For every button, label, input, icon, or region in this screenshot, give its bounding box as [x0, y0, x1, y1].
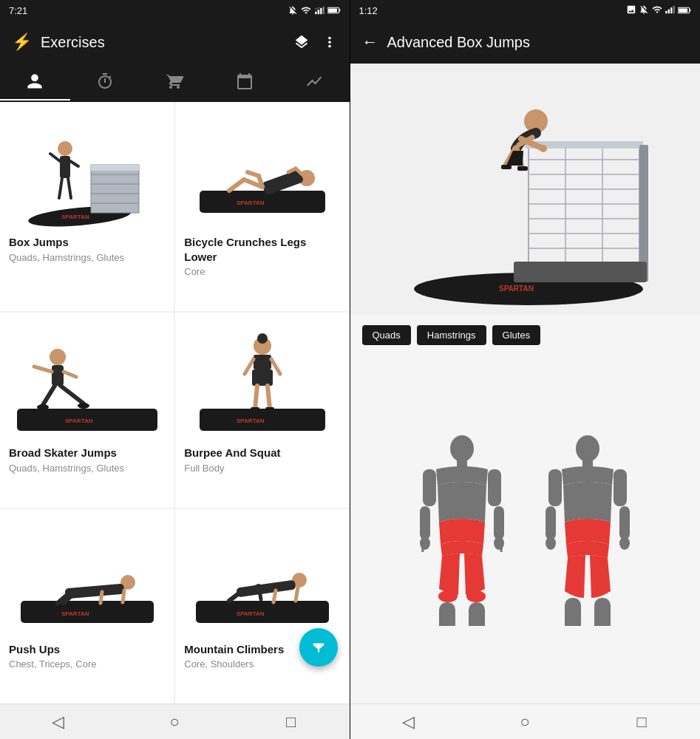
svg-rect-6	[328, 8, 337, 12]
left-panel: 7:21 ⚡ Exercises	[0, 0, 350, 739]
svg-line-38	[61, 386, 84, 403]
muscle-tag-quads: Quads	[362, 325, 411, 345]
svg-point-94	[540, 145, 547, 152]
tab-chart[interactable]	[279, 62, 350, 101]
svg-rect-70	[666, 10, 667, 13]
bicycle-crunches-image: SPARTAN	[184, 111, 340, 229]
broad-skater-image: SPARTAN	[9, 321, 165, 440]
svg-point-40	[78, 403, 89, 409]
svg-rect-1	[317, 10, 319, 14]
svg-rect-116	[619, 506, 630, 539]
svg-line-20	[68, 178, 71, 198]
stack-icon[interactable]	[293, 34, 310, 50]
right-signal-icon	[665, 4, 675, 15]
muscle-tags: Quads Hamstrings Glutes	[350, 315, 701, 355]
svg-point-105	[438, 590, 458, 602]
pushups-left-image: SPARTAN	[9, 518, 165, 636]
svg-rect-76	[679, 8, 687, 12]
broad-skater-name: Broad Skater Jumps	[9, 446, 165, 460]
right-home-button[interactable]: ○	[503, 704, 547, 740]
detail-title: Advanced Box Jumps	[387, 34, 689, 51]
right-time: 1:12	[359, 5, 378, 16]
svg-rect-0	[315, 12, 316, 15]
nav-icons	[293, 34, 338, 50]
right-status-icons	[626, 4, 692, 17]
bicycle-crunches-name: Bicycle Crunches Legs Lower	[184, 235, 340, 264]
svg-point-106	[466, 590, 486, 602]
right-recents-button[interactable]: □	[619, 704, 664, 740]
svg-text:SPARTAN: SPARTAN	[61, 610, 89, 617]
svg-rect-10	[91, 165, 139, 171]
svg-point-39	[37, 404, 49, 410]
svg-rect-92	[514, 262, 647, 282]
svg-point-97	[450, 435, 474, 462]
back-button[interactable]: ◁	[36, 704, 81, 740]
right-back-button[interactable]: ◁	[386, 704, 430, 740]
tab-calendar[interactable]	[210, 62, 280, 101]
left-time: 7:21	[9, 5, 27, 16]
app-logo: ⚡	[12, 33, 32, 52]
battery-icon	[327, 6, 341, 15]
image-icon	[626, 4, 636, 15]
recents-button[interactable]: □	[269, 704, 313, 740]
svg-rect-72	[671, 7, 673, 13]
exercise-card-burpee[interactable]: SPARTAN	[175, 313, 349, 508]
svg-rect-113	[548, 469, 562, 506]
left-status-bar: 7:21	[0, 0, 350, 21]
svg-point-118	[619, 537, 630, 550]
svg-rect-2	[320, 8, 322, 14]
back-arrow[interactable]: ←	[362, 33, 378, 52]
left-bottom-nav: ◁ ○ □	[0, 704, 350, 739]
svg-point-122	[594, 617, 611, 626]
svg-rect-102	[494, 506, 504, 539]
burpee-name: Burpee And Squat	[184, 446, 340, 460]
svg-rect-52	[265, 407, 274, 411]
more-icon[interactable]	[322, 34, 338, 50]
svg-point-33	[50, 349, 66, 365]
svg-line-66	[273, 590, 276, 602]
svg-rect-51	[251, 407, 259, 411]
svg-line-69	[259, 586, 261, 599]
tab-timer[interactable]	[70, 62, 140, 101]
wifi-icon	[301, 5, 311, 16]
svg-line-19	[59, 178, 62, 198]
muscle-diagram	[350, 355, 701, 704]
svg-line-17	[50, 154, 60, 161]
svg-rect-16	[60, 156, 70, 178]
svg-line-26	[229, 180, 244, 191]
exercise-card-pushups-left[interactable]: SPARTAN Push Ups Ches	[0, 509, 174, 704]
svg-rect-5	[339, 10, 340, 12]
svg-line-50	[268, 386, 270, 409]
signal-icon	[314, 5, 324, 16]
exercise-card-bicycle-crunches[interactable]: SPARTAN	[175, 102, 349, 311]
svg-rect-99	[423, 469, 436, 506]
right-bottom-nav: ◁ ○ □	[350, 704, 701, 739]
home-button[interactable]: ○	[152, 704, 197, 740]
box-jumps-muscles: Quads, Hamstrings, Glutes	[9, 252, 165, 263]
filter-icon	[310, 639, 327, 655]
right-bell-mute-icon	[639, 4, 649, 15]
box-jumps-image: SPARTAN	[9, 111, 165, 229]
svg-point-109	[439, 617, 455, 626]
exercise-grid: SPARTAN	[0, 102, 350, 704]
exercise-card-broad-skater-jumps[interactable]: SPARTAN	[0, 313, 174, 508]
svg-line-65	[296, 588, 298, 601]
svg-text:SPARTAN: SPARTAN	[237, 610, 265, 617]
left-status-icons	[288, 5, 341, 16]
exercise-card-mountain-climbers[interactable]: SPARTAN Mountain	[175, 509, 349, 704]
svg-rect-101	[420, 506, 430, 539]
svg-rect-73	[673, 5, 675, 13]
muscle-tag-hamstrings: Hamstrings	[417, 325, 486, 345]
svg-rect-79	[529, 145, 639, 282]
tab-cart[interactable]	[140, 62, 210, 101]
svg-rect-9	[91, 165, 139, 213]
svg-line-28	[248, 172, 259, 176]
tab-person[interactable]	[0, 62, 70, 101]
exercise-card-box-jumps[interactable]: SPARTAN	[0, 102, 174, 311]
svg-point-117	[546, 537, 556, 550]
pushups-left-muscles: Chest, Triceps, Core	[9, 658, 165, 670]
filter-fab[interactable]	[299, 628, 338, 667]
burpee-image: SPARTAN	[184, 321, 340, 440]
tab-bar	[0, 64, 350, 102]
right-wifi-icon	[652, 4, 662, 15]
